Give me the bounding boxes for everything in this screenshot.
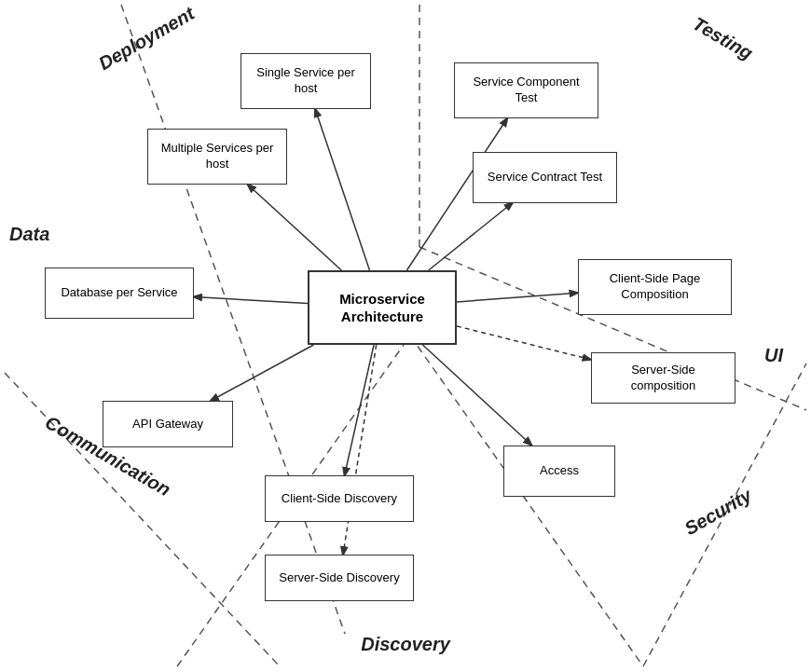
discovery-label: Discovery bbox=[361, 634, 450, 655]
testing-label: Testing bbox=[689, 13, 756, 64]
server-composition-node: Server-Side composition bbox=[591, 352, 735, 404]
ui-label: UI bbox=[764, 345, 783, 366]
server-discovery-node: Server-Side Discovery bbox=[265, 555, 414, 601]
api-gateway-node: API Gateway bbox=[103, 401, 233, 447]
single-service-node: Single Service per host bbox=[241, 53, 371, 109]
svg-line-18 bbox=[422, 345, 531, 446]
svg-line-16 bbox=[345, 345, 374, 475]
svg-line-14 bbox=[457, 326, 591, 360]
svg-line-15 bbox=[211, 345, 313, 401]
database-node: Database per Service bbox=[45, 267, 194, 319]
svg-line-11 bbox=[429, 203, 513, 271]
security-label: Security bbox=[681, 485, 756, 540]
client-page-node: Client-Side Page Composition bbox=[578, 259, 732, 315]
client-discovery-node: Client-Side Discovery bbox=[265, 475, 414, 522]
center-node: Microservice Architecture bbox=[308, 270, 457, 345]
service-component-node: Service Component Test bbox=[454, 62, 598, 118]
svg-line-17 bbox=[343, 345, 377, 555]
service-contract-node: Service Contract Test bbox=[473, 152, 617, 203]
svg-line-8 bbox=[315, 109, 369, 270]
svg-line-9 bbox=[248, 185, 342, 270]
svg-line-13 bbox=[457, 293, 578, 302]
deployment-label: Deployment bbox=[95, 3, 199, 75]
access-node: Access bbox=[503, 446, 615, 497]
data-label: Data bbox=[9, 224, 49, 245]
svg-line-12 bbox=[194, 297, 308, 304]
multiple-services-node: Multiple Services per host bbox=[147, 129, 287, 185]
